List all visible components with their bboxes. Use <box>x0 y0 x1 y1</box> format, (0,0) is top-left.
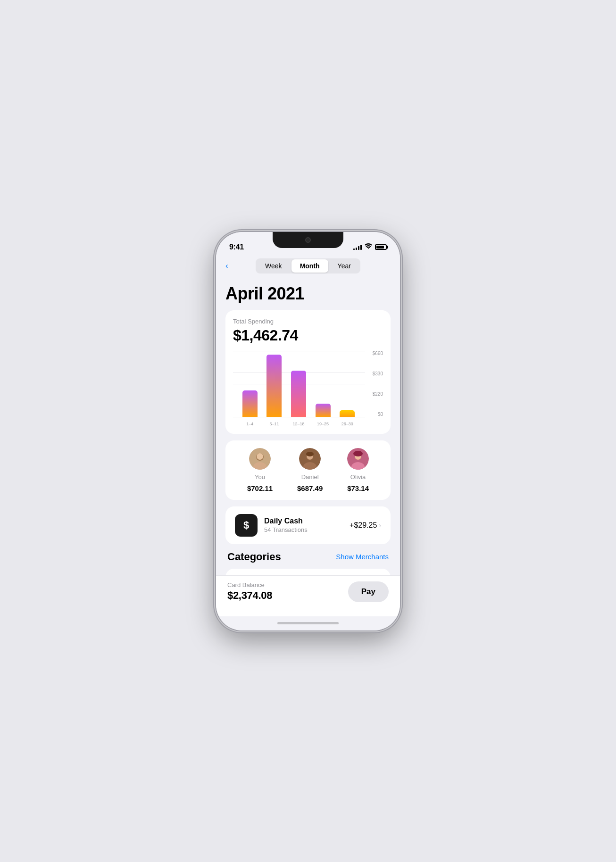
person-you[interactable]: You $702.11 <box>247 448 273 492</box>
scroll-content[interactable]: April 2021 Total Spending $1,462.74 $66 <box>216 276 400 575</box>
person-you-amount: $702.11 <box>247 484 273 492</box>
card-balance-section: Card Balance $2,374.08 <box>227 581 272 602</box>
daily-cash-icon: $ <box>235 514 258 537</box>
screen: 9:41 ‹ <box>216 232 400 630</box>
camera <box>305 237 311 243</box>
person-you-name: You <box>255 473 265 481</box>
signal-bar-1 <box>353 249 355 250</box>
daily-cash-subtitle: 54 Transactions <box>264 526 343 533</box>
y-label-220: $220 <box>373 391 383 397</box>
person-daniel-amount: $687.49 <box>297 484 323 492</box>
daily-cash-title: Daily Cash <box>264 517 343 525</box>
bar-1-4 <box>242 390 258 417</box>
x-label-19-25: 19–25 <box>311 422 335 426</box>
wifi-icon <box>365 243 372 250</box>
bar-12-18 <box>291 371 306 417</box>
segment-month[interactable]: Month <box>291 259 328 273</box>
segment-control: Week Month Year <box>256 258 360 274</box>
categories-header: Categories Show Merchants <box>225 551 391 563</box>
phone-frame: 9:41 ‹ <box>216 232 400 630</box>
home-indicator <box>216 616 400 630</box>
avatar-you <box>249 448 271 470</box>
bar-group-5 <box>335 410 359 417</box>
svg-point-3 <box>257 453 263 460</box>
bar-5-11 <box>266 355 282 417</box>
signal-bar-4 <box>360 245 362 250</box>
daily-cash-card[interactable]: $ Daily Cash 54 Transactions +$29.25 › <box>225 506 391 544</box>
people-card: You $702.11 Daniel $687.49 <box>225 440 391 500</box>
battery-fill <box>376 246 384 249</box>
home-indicator-bar <box>277 622 339 624</box>
bar-group-4 <box>311 404 335 417</box>
daily-cash-chevron-icon: › <box>379 522 381 529</box>
battery-icon <box>375 244 387 250</box>
bar-group-3 <box>286 371 311 417</box>
daily-cash-amount: +$29.25 › <box>350 521 381 530</box>
x-label-1-4: 1–4 <box>238 422 262 426</box>
signal-bars-icon <box>353 244 362 250</box>
svg-point-8 <box>306 452 314 456</box>
x-label-12-18: 12–18 <box>286 422 311 426</box>
grid-line-bottom <box>233 417 365 417</box>
segment-year[interactable]: Year <box>329 259 359 273</box>
chart-container: $660 $330 $220 $0 <box>233 351 383 426</box>
pay-button[interactable]: Pay <box>348 581 389 602</box>
signal-bar-2 <box>356 248 357 250</box>
daily-cash-value: +$29.25 <box>350 521 377 530</box>
y-label-330: $330 <box>373 371 383 376</box>
spending-chart-card: Total Spending $1,462.74 $660 $330 $22 <box>225 310 391 434</box>
status-icons <box>353 243 387 250</box>
person-olivia-name: Olivia <box>350 473 366 481</box>
card-balance-label: Card Balance <box>227 581 272 588</box>
page-title: April 2021 <box>225 284 391 304</box>
person-olivia-amount: $73.14 <box>347 484 369 492</box>
chart-y-labels: $660 $330 $220 $0 <box>373 351 383 417</box>
segment-week[interactable]: Week <box>257 259 291 273</box>
back-button[interactable]: ‹ <box>225 261 228 271</box>
chart-x-labels: 1–4 5–11 12–18 19–25 26–30 <box>233 422 364 426</box>
daily-cash-dollar-sign: $ <box>243 519 249 531</box>
x-label-5-11: 5–11 <box>262 422 287 426</box>
x-label-26-30: 26–30 <box>335 422 359 426</box>
bar-19-25 <box>316 404 331 417</box>
category-shopping-card[interactable]: 🛍 Shopping 16 Transactions $487.56 › <box>225 569 391 575</box>
bottom-bar-content: Card Balance $2,374.08 Pay <box>227 581 389 602</box>
svg-point-13 <box>353 451 363 456</box>
nav-bar: ‹ Week Month Year <box>216 256 400 276</box>
spending-amount: $1,462.74 <box>233 327 383 344</box>
daily-cash-info: Daily Cash 54 Transactions <box>264 517 343 533</box>
card-balance-amount: $2,374.08 <box>227 589 272 602</box>
bar-group-2 <box>262 355 287 417</box>
chart-bars-area <box>233 351 364 417</box>
categories-title: Categories <box>227 551 281 563</box>
person-olivia[interactable]: Olivia $73.14 <box>347 448 369 492</box>
avatar-olivia <box>347 448 369 470</box>
notch <box>273 232 343 248</box>
person-daniel[interactable]: Daniel $687.49 <box>297 448 323 492</box>
status-time: 9:41 <box>229 243 244 251</box>
show-merchants-button[interactable]: Show Merchants <box>336 553 389 561</box>
spending-label: Total Spending <box>233 318 383 325</box>
bar-26-30 <box>340 410 355 417</box>
avatar-daniel <box>299 448 321 470</box>
person-daniel-name: Daniel <box>301 473 319 481</box>
bottom-bar: Card Balance $2,374.08 Pay <box>216 575 400 616</box>
signal-bar-3 <box>358 246 359 250</box>
y-label-0: $0 <box>378 412 383 417</box>
bar-group-1 <box>238 390 262 417</box>
y-label-660: $660 <box>373 351 383 356</box>
